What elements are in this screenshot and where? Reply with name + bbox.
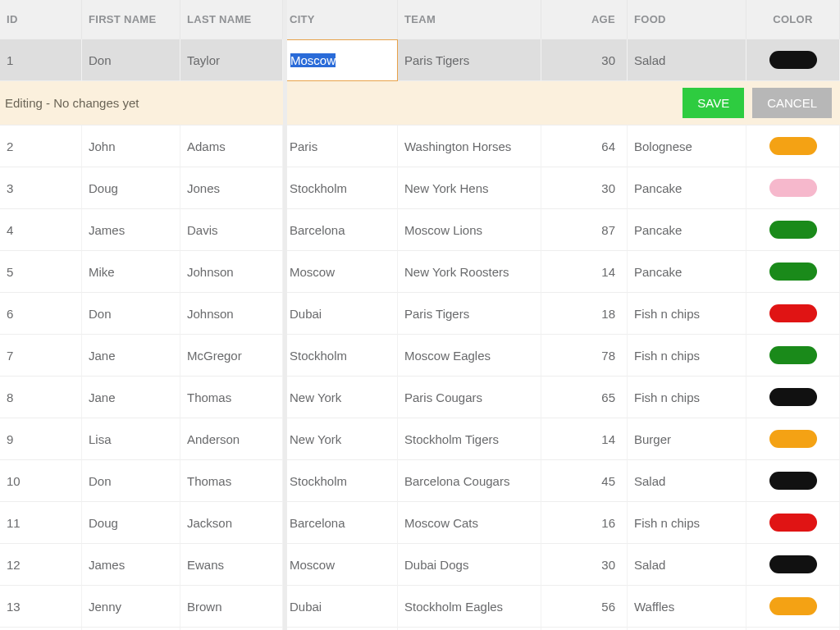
cell-food[interactable]: Fish n chips (628, 335, 746, 377)
cell-last[interactable]: Johnson (180, 293, 283, 335)
cell-id[interactable]: 10 (0, 460, 82, 502)
cell-first[interactable]: Jenny (82, 586, 180, 628)
cell-age[interactable]: 64 (541, 126, 628, 167)
cell-first[interactable]: John (82, 126, 180, 167)
cell-team[interactable]: Stockholm Tigers (398, 418, 541, 460)
cell-first[interactable]: Lisa (82, 418, 180, 460)
cell-food[interactable]: Burger (628, 418, 746, 460)
col-header-city[interactable]: City (283, 0, 398, 39)
cell-color[interactable] (746, 251, 840, 293)
cell-last[interactable]: Thomas (180, 460, 283, 502)
cell-last[interactable]: Anderson (180, 418, 283, 460)
cell-age[interactable]: 30 (541, 39, 628, 81)
cell-age[interactable]: 30 (541, 544, 628, 586)
col-header-age[interactable]: Age (541, 0, 628, 39)
cell-team[interactable]: Stockholm Eagles (398, 586, 541, 628)
table-row[interactable]: 3DougJonesStockholmNew York Hens30Pancak… (0, 167, 840, 209)
cell-city[interactable]: Moscow (283, 544, 398, 586)
cell-team[interactable]: Moscow Eagles (398, 335, 541, 377)
cell-first[interactable]: James (82, 209, 180, 251)
table-row[interactable]: 1 Don Taylor Paris Tigers 30 Salad (0, 39, 840, 81)
cell-age[interactable]: 65 (541, 377, 628, 418)
cell-food[interactable]: Salad (628, 39, 746, 81)
cell-color[interactable] (746, 460, 840, 502)
cell-id[interactable]: 7 (0, 335, 82, 377)
cell-age[interactable]: 18 (541, 293, 628, 335)
cell-first[interactable]: Don (82, 39, 180, 81)
cell-age[interactable]: 78 (541, 335, 628, 377)
cell-team[interactable]: Moscow Cats (398, 502, 541, 544)
cell-edit-input[interactable] (284, 40, 397, 80)
table-row[interactable]: 10DonThomasStockholmBarcelona Cougars45S… (0, 460, 840, 502)
cell-id[interactable]: 8 (0, 377, 82, 418)
cell-city-editing[interactable] (283, 39, 398, 81)
cell-id[interactable]: 3 (0, 167, 82, 209)
col-header-id[interactable]: ID (0, 0, 82, 39)
cell-city[interactable]: Moscow (283, 251, 398, 293)
table-row[interactable]: 13JennyBrownDubaiStockholm Eagles56Waffl… (0, 586, 840, 628)
cell-last[interactable]: Brown (180, 586, 283, 628)
cell-age[interactable]: 45 (541, 460, 628, 502)
cell-first[interactable]: Mike (82, 251, 180, 293)
cell-id[interactable]: 2 (0, 126, 82, 167)
cell-team[interactable]: Paris Tigers (398, 39, 541, 81)
cell-color[interactable] (746, 586, 840, 628)
cell-id[interactable]: 11 (0, 502, 82, 544)
cell-color[interactable] (746, 167, 840, 209)
cell-id[interactable]: 13 (0, 586, 82, 628)
cell-last[interactable]: Taylor (180, 39, 283, 81)
cell-city[interactable]: Barcelona (283, 502, 398, 544)
cell-color[interactable] (746, 335, 840, 377)
cell-id[interactable]: 9 (0, 418, 82, 460)
cell-team[interactable]: Paris Cougars (398, 377, 541, 418)
table-row[interactable]: 6DonJohnsonDubaiParis Tigers18Fish n chi… (0, 293, 840, 335)
cell-city[interactable]: Stockholm (283, 335, 398, 377)
cell-city[interactable]: New York (283, 377, 398, 418)
cell-last[interactable]: Thomas (180, 377, 283, 418)
cell-color[interactable] (746, 209, 840, 251)
cell-age[interactable]: 56 (541, 586, 628, 628)
cell-last[interactable]: Adams (180, 126, 283, 167)
cell-city[interactable]: Paris (283, 126, 398, 167)
col-header-food[interactable]: Food (628, 0, 746, 39)
cell-first[interactable]: Don (82, 460, 180, 502)
cell-age[interactable]: 30 (541, 167, 628, 209)
table-row[interactable]: 8JaneThomasNew YorkParis Cougars65Fish n… (0, 377, 840, 418)
cell-color[interactable] (746, 502, 840, 544)
cell-last[interactable]: Johnson (180, 251, 283, 293)
cell-city[interactable]: Dubai (283, 293, 398, 335)
cell-team[interactable]: Moscow Lions (398, 209, 541, 251)
cell-food[interactable]: Fish n chips (628, 377, 746, 418)
save-button[interactable]: SAVE (682, 88, 744, 118)
cell-food[interactable]: Bolognese (628, 126, 746, 167)
cell-food[interactable]: Pancake (628, 167, 746, 209)
cancel-button[interactable]: CANCEL (752, 88, 832, 118)
cell-first[interactable]: James (82, 544, 180, 586)
table-row[interactable]: 2JohnAdamsParisWashington Horses64Bologn… (0, 126, 840, 167)
cell-id[interactable]: 4 (0, 209, 82, 251)
cell-color[interactable] (746, 377, 840, 418)
cell-team[interactable]: Dubai Dogs (398, 544, 541, 586)
cell-id[interactable]: 5 (0, 251, 82, 293)
table-row[interactable]: 5MikeJohnsonMoscowNew York Roosters14Pan… (0, 251, 840, 293)
cell-age[interactable]: 14 (541, 251, 628, 293)
cell-food[interactable]: Salad (628, 544, 746, 586)
cell-food[interactable]: Pancake (628, 251, 746, 293)
table-row[interactable]: 4JamesDavisBarcelonaMoscow Lions87Pancak… (0, 209, 840, 251)
cell-age[interactable]: 87 (541, 209, 628, 251)
cell-first[interactable]: Jane (82, 377, 180, 418)
col-header-color[interactable]: Color (746, 0, 840, 39)
cell-color[interactable] (746, 39, 840, 81)
cell-team[interactable]: Paris Tigers (398, 293, 541, 335)
table-row[interactable]: 12JamesEwansMoscowDubai Dogs30Salad (0, 544, 840, 586)
col-header-first[interactable]: First Name (82, 0, 180, 39)
cell-id[interactable]: 1 (0, 39, 82, 81)
cell-city[interactable]: Dubai (283, 586, 398, 628)
cell-city[interactable]: Stockholm (283, 460, 398, 502)
cell-color[interactable] (746, 126, 840, 167)
cell-color[interactable] (746, 544, 840, 586)
col-header-team[interactable]: Team (398, 0, 541, 39)
cell-id[interactable]: 12 (0, 544, 82, 586)
cell-team[interactable]: Washington Horses (398, 126, 541, 167)
cell-first[interactable]: Don (82, 293, 180, 335)
